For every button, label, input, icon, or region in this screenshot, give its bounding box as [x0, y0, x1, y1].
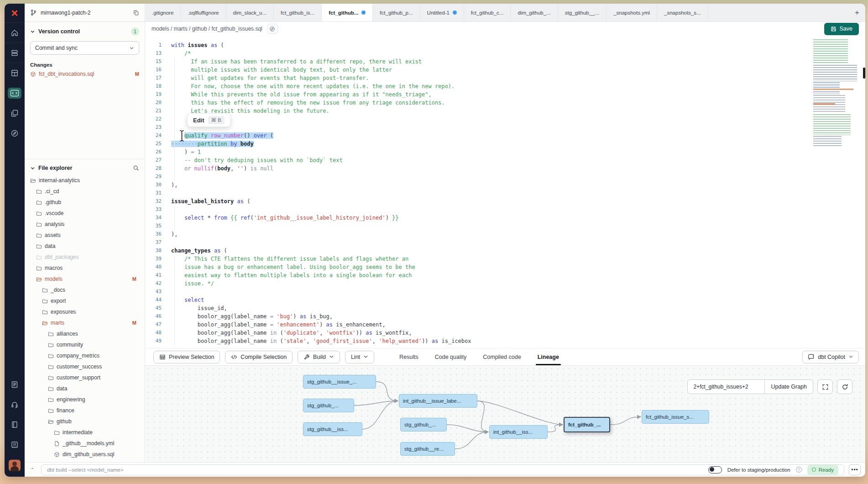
- file-tree-item[interactable]: .vscode: [25, 208, 145, 219]
- tab-code-quality[interactable]: Code quality: [435, 348, 467, 365]
- code-line[interactable]: 31: [145, 189, 865, 197]
- file-tree-item[interactable]: community: [25, 339, 145, 350]
- editor-tab[interactable]: _snapshots.yml: [607, 4, 657, 21]
- file-tree-item[interactable]: exposures: [25, 306, 145, 317]
- dbt-copilot-button[interactable]: dbt Copilot: [802, 351, 859, 363]
- lint-button[interactable]: Lint: [345, 351, 374, 363]
- code-editor[interactable]: 1with issues as (13 /*15 If an issue has…: [145, 36, 865, 348]
- user-avatar[interactable]: [9, 459, 21, 471]
- explore-icon[interactable]: [5, 123, 25, 143]
- editor-tab[interactable]: .sqlfluffignore: [181, 4, 226, 21]
- update-graph-button[interactable]: Update Graph: [764, 380, 813, 394]
- file-tree-item[interactable]: assets: [25, 230, 145, 241]
- shortcuts-icon[interactable]: [5, 435, 25, 455]
- file-tree-item[interactable]: data: [25, 241, 145, 252]
- code-line[interactable]: 43: [145, 288, 865, 296]
- code-line[interactable]: 33: [145, 205, 865, 214]
- dashboard-icon[interactable]: [5, 63, 25, 83]
- file-tree-item[interactable]: data: [25, 383, 145, 394]
- file-tree-item[interactable]: github: [25, 416, 145, 427]
- defer-toggle[interactable]: [708, 466, 722, 473]
- code-line[interactable]: 16 multiple issues with identical body t…: [145, 66, 865, 74]
- file-tree-item[interactable]: engineering: [25, 394, 145, 405]
- more-options-button[interactable]: •••: [849, 464, 861, 475]
- environments-icon[interactable]: [5, 43, 25, 63]
- save-button[interactable]: Save: [824, 23, 859, 35]
- code-line[interactable]: 27 -- don't try deduping issues with no …: [145, 156, 865, 164]
- code-line[interactable]: 46 boolor_agg(label_name = 'bug') as is_…: [145, 312, 865, 321]
- code-line[interactable]: 36),: [145, 230, 865, 238]
- code-line[interactable]: 29: [145, 173, 865, 181]
- edit-action[interactable]: Edit: [193, 117, 204, 124]
- lineage-node[interactable]: stg_github__re...: [400, 442, 455, 456]
- branch-selector[interactable]: mirnawong1-patch-2: [25, 4, 145, 21]
- code-line[interactable]: 17 will get updates for events that happ…: [145, 74, 865, 82]
- docs-icon[interactable]: [5, 415, 25, 435]
- file-tree-item[interactable]: finance: [25, 405, 145, 416]
- lineage-node[interactable]: stg_github_...: [303, 399, 354, 412]
- editor-tab[interactable]: fct_github_is...: [274, 4, 322, 21]
- file-tree-item[interactable]: .github: [25, 197, 145, 208]
- lineage-node[interactable]: stg_github_...: [400, 418, 447, 431]
- editor-tab[interactable]: fct_github...: [322, 4, 373, 21]
- version-control-header[interactable]: Version control 1: [25, 22, 145, 37]
- file-tree-item[interactable]: intermediate: [25, 427, 145, 438]
- file-tree-item[interactable]: customer_support: [25, 372, 145, 383]
- editor-tab[interactable]: fct_github_p...: [373, 4, 420, 21]
- support-icon[interactable]: [5, 395, 25, 415]
- fullscreen-button[interactable]: [817, 379, 833, 394]
- projects-icon[interactable]: [5, 103, 25, 123]
- editor-tab[interactable]: Untitled-1: [420, 4, 464, 21]
- file-tree-item[interactable]: martsM: [25, 317, 145, 328]
- preview-selection-button[interactable]: Preview Selection: [153, 351, 220, 363]
- tab-results[interactable]: Results: [399, 348, 418, 365]
- editor-tab[interactable]: _snapshots_s...: [657, 4, 708, 21]
- scrollbar-thumb[interactable]: [863, 68, 865, 79]
- editor-tab[interactable]: dim_slack_u...: [226, 4, 274, 21]
- changed-file[interactable]: fct_dbt_invocations.sql M: [25, 69, 145, 79]
- code-line[interactable]: 39 /* This CTE flattens the different is…: [145, 255, 865, 263]
- changelog-icon[interactable]: [5, 374, 25, 395]
- lineage-node[interactable]: stg_github__issue_...: [303, 375, 376, 389]
- tab-compiled-code[interactable]: Compiled code: [483, 348, 521, 365]
- code-line[interactable]: 34 select * from {{ ref('int_github__iss…: [145, 214, 865, 222]
- code-line[interactable]: 19 While this prevents the old issue fro…: [145, 90, 865, 99]
- code-line[interactable]: 26 ) = 1: [145, 148, 865, 156]
- code-line[interactable]: 22: [145, 115, 865, 123]
- refresh-button[interactable]: [837, 379, 852, 394]
- code-line[interactable]: 1with issues as (: [145, 41, 865, 49]
- file-tree-item[interactable]: alliances: [25, 328, 145, 339]
- code-line[interactable]: 24 qualify row_number() over (: [145, 132, 865, 140]
- help-icon[interactable]: ?: [796, 467, 802, 473]
- code-line[interactable]: 48 boolor_agg(label_name in ('duplicate'…: [145, 329, 865, 337]
- code-line[interactable]: 44 select: [145, 296, 865, 304]
- expand-command-bar-button[interactable]: ⌃: [28, 467, 37, 472]
- minimap[interactable]: [810, 37, 862, 147]
- code-line[interactable]: 23: [145, 123, 865, 132]
- file-tree-item[interactable]: company_metrics: [25, 350, 145, 361]
- file-tree-item[interactable]: analysis: [25, 219, 145, 230]
- tab-lineage[interactable]: Lineage: [538, 348, 559, 365]
- build-button[interactable]: Build: [298, 351, 340, 363]
- code-line[interactable]: 42 issue. */: [145, 279, 865, 288]
- code-line[interactable]: 30),: [145, 181, 865, 189]
- code-line[interactable]: 45 issue_id,: [145, 304, 865, 312]
- file-tree-item[interactable]: internal-analytics: [25, 175, 145, 186]
- code-line[interactable]: 25········partition by body: [145, 140, 865, 148]
- code-line[interactable]: 28 or nullif(body, '') is null: [145, 164, 865, 173]
- code-line[interactable]: 41 easiest way to flatten multiple label…: [145, 271, 865, 279]
- file-tree-item[interactable]: _github__models.yml: [25, 438, 145, 449]
- code-line[interactable]: 38change_types as (: [145, 247, 865, 255]
- code-line[interactable]: 15 If an issue has been transferred to a…: [145, 58, 865, 66]
- file-tree-item[interactable]: export: [25, 295, 145, 306]
- editor-tab[interactable]: dim_github_...: [511, 4, 558, 21]
- code-line[interactable]: 32issue_label_history as (: [145, 197, 865, 205]
- file-tree-item[interactable]: _docs: [25, 284, 145, 295]
- code-line[interactable]: 37: [145, 238, 865, 247]
- code-line[interactable]: 13 /*: [145, 49, 865, 58]
- develop-icon[interactable]: [5, 83, 25, 103]
- code-line[interactable]: 18 For now, choose the one with more rec…: [145, 82, 865, 90]
- code-line[interactable]: 49 boolor_agg(label_name in ('stale', 'g…: [145, 337, 865, 345]
- commit-and-sync-dropdown[interactable]: Commit and sync: [30, 41, 139, 55]
- lineage-node[interactable]: int_github__issue_labe...: [399, 394, 477, 408]
